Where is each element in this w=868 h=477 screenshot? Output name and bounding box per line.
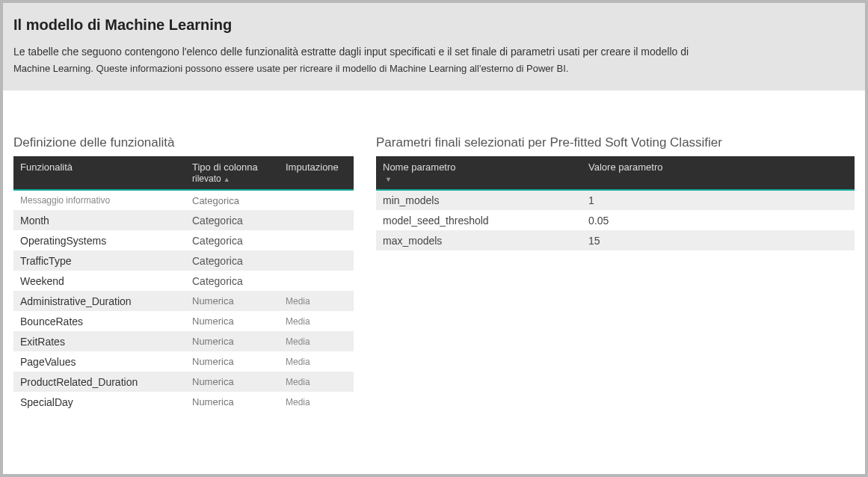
page-title: Il modello di Machine Learning (13, 16, 855, 34)
params-section-title: Parametri finali selezionati per Pre-fit… (376, 135, 855, 150)
table-row: PageValuesNumericaMedia (13, 351, 354, 372)
table-row: min_models1 (376, 190, 855, 210)
feature-name: PageValues (13, 351, 185, 372)
feature-name: Administrative_Duration (13, 291, 185, 311)
feature-name: TrafficType (13, 250, 185, 271)
feature-type: Categorica (185, 271, 279, 291)
features-col-name[interactable]: Funzionalità (13, 156, 185, 190)
header: Il modello di Machine Learning Le tabell… (3, 3, 865, 90)
param-name: max_models (376, 230, 582, 250)
features-col-imputation[interactable]: Imputazione (279, 156, 354, 190)
feature-imputation: Media (279, 331, 354, 351)
param-name: model_seed_threshold (376, 210, 582, 230)
param-value: 1 (582, 190, 855, 210)
table-row: SpecialDayNumericaMedia (13, 392, 354, 412)
features-panel: Definizione delle funzionalità Funzional… (13, 135, 354, 412)
description-line-2: Machine Learning. Queste informazioni po… (13, 61, 855, 76)
table-row: ExitRatesNumericaMedia (13, 331, 354, 351)
feature-name: Messaggio informativo (13, 190, 185, 210)
feature-name: OperatingSystems (13, 230, 185, 250)
table-row: ProductRelated_DurationNumericaMedia (13, 372, 354, 392)
param-name: min_models (376, 190, 582, 210)
feature-name: ProductRelated_Duration (13, 372, 185, 392)
features-section-title: Definizione delle funzionalità (13, 135, 354, 150)
feature-name: ExitRates (13, 331, 185, 351)
params-table: Nome parametro▼ Valore parametro min_mod… (376, 156, 855, 250)
sort-asc-icon: ▲ (224, 176, 230, 183)
features-table: Funzionalità Tipo di colonna rilevato▲ I… (13, 156, 354, 412)
feature-imputation (279, 210, 354, 230)
feature-imputation: Media (279, 291, 354, 311)
params-col-name[interactable]: Nome parametro▼ (376, 156, 582, 190)
feature-name: Month (13, 210, 185, 230)
feature-imputation: Media (279, 311, 354, 331)
sort-desc-icon: ▼ (385, 176, 392, 183)
feature-imputation (279, 271, 354, 291)
param-value: 0.05 (582, 210, 855, 230)
feature-name: Weekend (13, 271, 185, 291)
feature-imputation (279, 190, 354, 210)
table-row: OperatingSystemsCategorica (13, 230, 354, 250)
table-row: WeekendCategorica (13, 271, 354, 291)
feature-type: Categorica (185, 250, 279, 271)
table-row: BounceRatesNumericaMedia (13, 311, 354, 331)
table-row: max_models15 (376, 230, 855, 250)
table-row: model_seed_threshold0.05 (376, 210, 855, 230)
page-container: Il modello di Machine Learning Le tabell… (3, 3, 865, 474)
feature-name: BounceRates (13, 311, 185, 331)
feature-type: Numerica (185, 392, 279, 412)
feature-type: Numerica (185, 372, 279, 392)
feature-type: Numerica (185, 291, 279, 311)
feature-name: SpecialDay (13, 392, 185, 412)
feature-imputation: Media (279, 372, 354, 392)
feature-type: Categorica (185, 230, 279, 250)
feature-type: Numerica (185, 331, 279, 351)
table-row: Messaggio informativoCategorica (13, 190, 354, 210)
params-panel: Parametri finali selezionati per Pre-fit… (376, 135, 855, 412)
features-col-type[interactable]: Tipo di colonna rilevato▲ (185, 156, 279, 190)
feature-type: Categorica (185, 210, 279, 230)
feature-type: Categorica (185, 190, 279, 210)
params-col-value[interactable]: Valore parametro (582, 156, 855, 190)
feature-imputation (279, 230, 354, 250)
table-row: MonthCategorica (13, 210, 354, 230)
table-row: Administrative_DurationNumericaMedia (13, 291, 354, 311)
description-line-1: Le tabelle che seguono contengono l'elen… (13, 45, 855, 60)
feature-imputation (279, 250, 354, 271)
param-value: 15 (582, 230, 855, 250)
feature-imputation: Media (279, 351, 354, 372)
feature-imputation: Media (279, 392, 354, 412)
feature-type: Numerica (185, 311, 279, 331)
table-row: TrafficTypeCategorica (13, 250, 354, 271)
content-area: Definizione delle funzionalità Funzional… (3, 90, 865, 427)
feature-type: Numerica (185, 351, 279, 372)
